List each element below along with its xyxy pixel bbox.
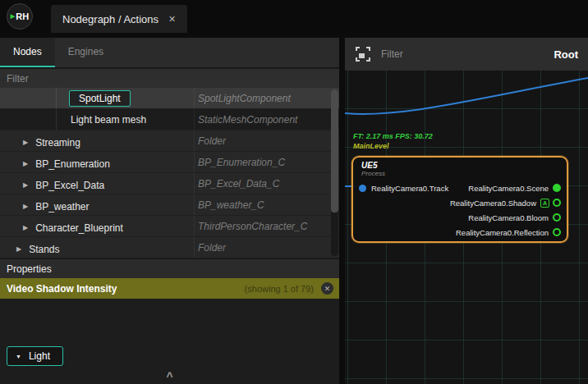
properties-filter-bar[interactable]: Video Shadow Intensity (showing 1 of 79)… <box>0 278 339 299</box>
row-name: BP_Enumeration <box>35 153 110 175</box>
node-row: RealityCamera0.Reflection <box>353 225 567 240</box>
nodes-panel: Nodes Engines SpotLight SpotLightCompone… <box>0 38 339 384</box>
row-type: ThirdPersonCharacter_C <box>198 216 307 237</box>
table-row[interactable]: ▶Stands Folder <box>0 237 339 258</box>
collapse-chevron-icon[interactable]: ^ <box>0 371 339 384</box>
table-row[interactable]: ▶Character_Blueprint ThirdPersonCharacte… <box>0 216 339 237</box>
clear-filter-icon[interactable]: ✕ <box>321 282 333 295</box>
nodegraph-panel: Root FT: 2.17 ms FPS: 30.72 MainLevel UE… <box>345 38 588 384</box>
graph-canvas[interactable]: FT: 2.17 ms FPS: 30.72 MainLevel UE5 Pro… <box>345 71 588 384</box>
node-row: RealityCamera0.Track RealityCamera0.Scen… <box>353 181 567 195</box>
showing-count-label: (showing 1 of 79) <box>245 284 314 294</box>
output-label: RealityCamera0.Shadow <box>450 199 536 208</box>
selected-cell[interactable]: SpotLight <box>69 90 131 107</box>
graph-toolbar: Root <box>345 38 588 71</box>
app-logo[interactable]: ▶ RH <box>7 3 33 30</box>
level-name-label: MainLevel <box>353 141 433 151</box>
nodes-filter-input[interactable] <box>0 67 339 88</box>
table-row[interactable]: ▶BP_Excel_Data BP_Excel_Data_C <box>0 173 339 194</box>
output-label: RealityCamera0.Reflection <box>456 228 549 237</box>
group-label: Light <box>29 350 50 362</box>
document-tab[interactable]: Nodegraph / Actions ✕ <box>51 5 187 33</box>
table-row[interactable]: SpotLight SpotLightComponent <box>0 88 339 109</box>
app-window: ▶ RH Nodegraph / Actions ✕ Nodes Engines… <box>0 0 588 384</box>
tab-close-icon[interactable]: ✕ <box>168 14 176 25</box>
tab-nodes[interactable]: Nodes <box>0 38 55 67</box>
input-pin[interactable] <box>359 185 366 192</box>
row-type: Folder <box>198 237 226 258</box>
row-type: BP_weather_C <box>198 194 264 216</box>
expand-arrow-icon[interactable]: ▶ <box>23 196 28 217</box>
expand-arrow-icon[interactable]: ▶ <box>23 217 28 239</box>
logo-text: RH <box>16 11 29 21</box>
row-name: Streaming <box>35 132 80 153</box>
panel-tab-bar: Nodes Engines <box>0 38 339 67</box>
row-name: Character_Blueprint <box>35 217 123 239</box>
frame-time-label: FT: 2.17 ms FPS: 30.72 <box>353 131 433 141</box>
row-type: BP_Enumeration_C <box>198 152 285 173</box>
tab-engines[interactable]: Engines <box>55 38 117 67</box>
row-type: BP_Excel_Data_C <box>198 173 279 194</box>
expand-arrow-icon[interactable]: ▶ <box>23 132 28 153</box>
properties-header: Properties <box>0 258 339 278</box>
output-pin[interactable] <box>553 184 561 192</box>
node-body: RealityCamera0.Track RealityCamera0.Scen… <box>353 181 567 240</box>
node-header: UE5 Process <box>353 158 567 179</box>
light-group-button[interactable]: ▼ Light <box>7 346 63 366</box>
row-name: Stands <box>29 239 59 260</box>
row-type: Folder <box>198 130 226 152</box>
properties-filter-value: Video Shadow Intensity <box>7 283 245 295</box>
chevron-down-icon: ▼ <box>16 354 21 359</box>
node-subtitle: Process <box>361 170 567 177</box>
root-breadcrumb[interactable]: Root <box>554 48 578 61</box>
table-row[interactable]: ▶BP_weather BP_weather_C <box>0 194 339 216</box>
node-title: UE5 <box>361 161 567 170</box>
tree-scrollbar[interactable] <box>331 89 338 256</box>
output-pin[interactable] <box>553 228 561 236</box>
node-tree: SpotLight SpotLightComponent Light beam … <box>0 88 339 258</box>
tree-scrollbar-thumb[interactable] <box>331 89 338 213</box>
performance-stats: FT: 2.17 ms FPS: 30.72 MainLevel <box>353 131 433 151</box>
wire-blue-top <box>345 78 588 114</box>
graph-filter-input[interactable] <box>381 48 544 60</box>
node-row: RealityCamera0.Shadow A <box>353 195 567 210</box>
row-type: SpotLightComponent <box>198 88 291 109</box>
output-pin[interactable] <box>553 199 561 207</box>
table-row[interactable]: ▶BP_Enumeration BP_Enumeration_C <box>0 152 339 173</box>
expand-arrow-icon[interactable]: ▶ <box>23 153 28 175</box>
input-label: RealityCamera0.Track <box>371 184 448 193</box>
shadow-badge-icon: A <box>540 199 549 208</box>
expand-arrow-icon[interactable]: ▶ <box>16 239 21 260</box>
logo-play-icon: ▶ <box>11 13 15 20</box>
table-row[interactable]: Light beam mesh StaticMeshComponent <box>0 109 339 130</box>
document-tab-title: Nodegraph / Actions <box>62 13 158 25</box>
table-row[interactable]: ▶Streaming Folder <box>0 130 339 152</box>
output-label: RealityCamera0.Scene <box>468 184 549 193</box>
node-ue5[interactable]: UE5 Process RealityCamera0.Track Reality… <box>351 156 568 243</box>
node-row: RealityCamera0.Bloom <box>353 210 567 225</box>
row-name: BP_weather <box>35 196 89 217</box>
output-label: RealityCamera0.Bloom <box>468 213 549 222</box>
properties-body: ▼ Light ^ Video Shadow Intensity ⟳ ◇ □ ↗ <box>0 336 339 384</box>
row-type: StaticMeshComponent <box>198 109 297 130</box>
expand-arrow-icon[interactable]: ▶ <box>23 175 28 196</box>
top-bar: ▶ RH Nodegraph / Actions ✕ <box>0 0 588 33</box>
row-name: BP_Excel_Data <box>35 175 104 196</box>
fit-view-icon[interactable] <box>355 46 371 62</box>
output-pin[interactable] <box>553 213 561 222</box>
row-name: Light beam mesh <box>71 109 146 130</box>
